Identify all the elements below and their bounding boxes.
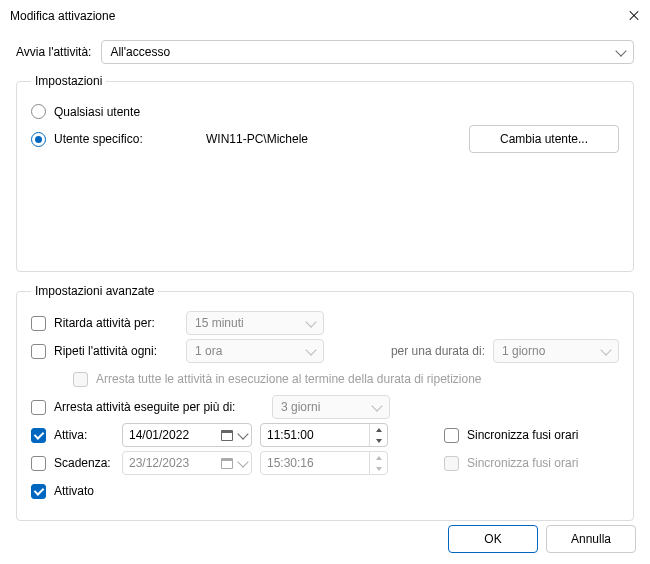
repeat-value: 1 ora bbox=[195, 344, 222, 358]
delay-select[interactable]: 15 minuti bbox=[186, 311, 324, 335]
spinner-up-icon bbox=[376, 456, 382, 460]
duration-select[interactable]: 1 giorno bbox=[493, 339, 619, 363]
stop-long-label: Arresta attività eseguite per più di: bbox=[54, 400, 264, 414]
calendar-icon bbox=[221, 458, 233, 469]
stop-long-value: 3 giorni bbox=[281, 400, 320, 414]
calendar-icon bbox=[221, 430, 233, 441]
repeat-select[interactable]: 1 ora bbox=[186, 339, 324, 363]
expire-date-value: 23/12/2023 bbox=[129, 456, 215, 470]
activate-time-value: 11:51:00 bbox=[267, 428, 369, 442]
start-task-dropdown[interactable]: All'accesso bbox=[101, 40, 634, 64]
delay-checkbox[interactable] bbox=[31, 316, 46, 331]
repeat-checkbox[interactable] bbox=[31, 344, 46, 359]
any-user-label: Qualsiasi utente bbox=[54, 105, 140, 119]
ok-button[interactable]: OK bbox=[448, 525, 538, 553]
settings-legend: Impostazioni bbox=[31, 74, 106, 88]
sync-tz-expire-checkbox bbox=[444, 456, 459, 471]
chevron-down-icon bbox=[371, 400, 382, 411]
stop-all-checkbox bbox=[73, 372, 88, 387]
start-task-value: All'accesso bbox=[110, 45, 170, 59]
expire-time-value: 15:30:16 bbox=[267, 456, 369, 470]
activate-checkbox[interactable] bbox=[31, 428, 46, 443]
close-icon[interactable] bbox=[628, 10, 640, 22]
duration-value: 1 giorno bbox=[502, 344, 545, 358]
spinner-up-icon bbox=[376, 428, 382, 432]
expire-label: Scadenza: bbox=[54, 456, 114, 470]
specific-user-radio[interactable] bbox=[31, 132, 46, 147]
delay-label: Ritarda attività per: bbox=[54, 316, 178, 330]
activate-time-input[interactable]: 11:51:00 bbox=[260, 423, 388, 447]
spinner-down-icon bbox=[376, 467, 382, 471]
activate-label: Attiva: bbox=[54, 428, 114, 442]
chevron-down-icon bbox=[305, 316, 316, 327]
time-spinner bbox=[369, 452, 387, 474]
activate-date-value: 14/01/2022 bbox=[129, 428, 215, 442]
advanced-legend: Impostazioni avanzate bbox=[31, 284, 158, 298]
specific-user-label: Utente specifico: bbox=[54, 132, 143, 146]
settings-group: Impostazioni Qualsiasi utente Utente spe… bbox=[16, 74, 634, 272]
advanced-settings-group: Impostazioni avanzate Ritarda attività p… bbox=[16, 284, 634, 521]
specific-user-radio-row[interactable]: Utente specifico: bbox=[31, 132, 206, 147]
spinner-down-icon bbox=[376, 439, 382, 443]
stop-long-select[interactable]: 3 giorni bbox=[272, 395, 390, 419]
expire-checkbox[interactable] bbox=[31, 456, 46, 471]
activate-date-input[interactable]: 14/01/2022 bbox=[122, 423, 252, 447]
cancel-button[interactable]: Annulla bbox=[546, 525, 636, 553]
sync-tz-activate-checkbox[interactable] bbox=[444, 428, 459, 443]
chevron-down-icon bbox=[600, 344, 611, 355]
specific-user-value: WIN11-PC\Michele bbox=[206, 132, 469, 146]
sync-tz-expire-label: Sincronizza fusi orari bbox=[467, 456, 578, 470]
any-user-radio[interactable] bbox=[31, 104, 46, 119]
change-user-button[interactable]: Cambia utente... bbox=[469, 125, 619, 153]
time-spinner[interactable] bbox=[369, 424, 387, 446]
any-user-radio-row[interactable]: Qualsiasi utente bbox=[31, 104, 619, 119]
expire-date-input: 23/12/2023 bbox=[122, 451, 252, 475]
chevron-down-icon bbox=[237, 456, 248, 467]
expire-time-input: 15:30:16 bbox=[260, 451, 388, 475]
chevron-down-icon bbox=[237, 428, 248, 439]
stop-long-checkbox[interactable] bbox=[31, 400, 46, 415]
chevron-down-icon bbox=[305, 344, 316, 355]
start-task-label: Avvia l'attività: bbox=[16, 45, 91, 59]
chevron-down-icon bbox=[615, 45, 626, 56]
window-title: Modifica attivazione bbox=[10, 9, 115, 23]
duration-label: per una durata di: bbox=[391, 344, 485, 358]
repeat-label: Ripeti l'attività ogni: bbox=[54, 344, 178, 358]
stop-all-label: Arresta tutte le attività in esecuzione … bbox=[96, 372, 482, 386]
delay-value: 15 minuti bbox=[195, 316, 244, 330]
enabled-label: Attivato bbox=[54, 484, 94, 498]
sync-tz-activate-label: Sincronizza fusi orari bbox=[467, 428, 578, 442]
enabled-checkbox[interactable] bbox=[31, 484, 46, 499]
